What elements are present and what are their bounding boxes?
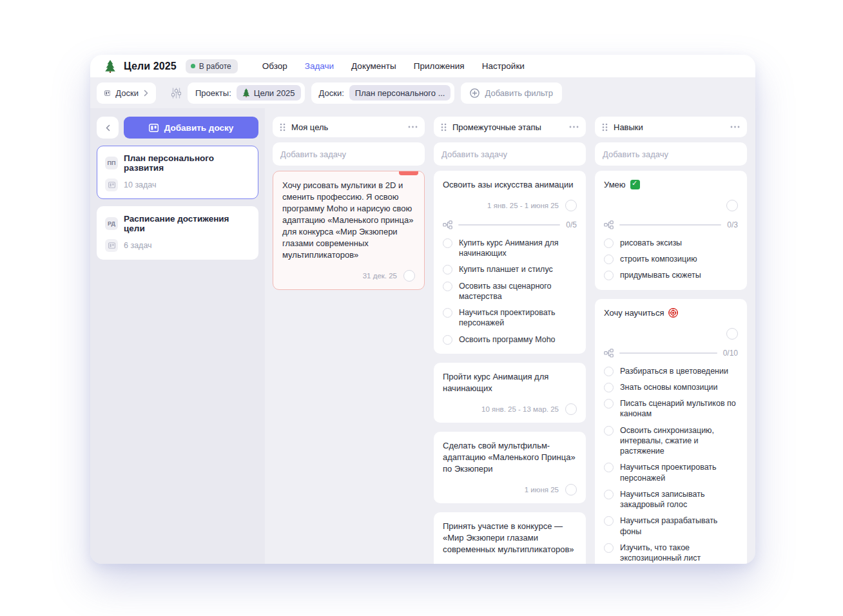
checklist-item: Разбираться в цветоведении bbox=[604, 366, 738, 376]
checklist-item: Освоить программу Moho bbox=[443, 334, 577, 345]
task-title: Сделать свой мультфильм-адаптацию «Мален… bbox=[443, 440, 577, 475]
drag-handle-icon[interactable] bbox=[280, 123, 286, 131]
tab-1[interactable]: Обзор bbox=[262, 61, 287, 71]
checklist-item-checkbox[interactable] bbox=[604, 490, 614, 499]
checklist-item-checkbox[interactable] bbox=[604, 238, 614, 248]
checklist-item-checkbox[interactable] bbox=[604, 383, 614, 392]
board-column: НавыкиДобавить задачуУмею0/3рисовать экс… bbox=[595, 117, 747, 564]
checklist-item-checkbox[interactable] bbox=[604, 463, 614, 472]
tab-3[interactable]: Документы bbox=[351, 61, 396, 71]
checklist-item-checkbox[interactable] bbox=[604, 426, 614, 436]
checklist-item-checkbox[interactable] bbox=[443, 335, 452, 345]
progress-count: 0/5 bbox=[566, 220, 577, 229]
direct-hit-emoji bbox=[668, 308, 678, 318]
checklist-item-label: строить композицию bbox=[620, 254, 697, 264]
boards-sidebar: Добавить доску ПППлан персонального разв… bbox=[90, 108, 265, 564]
task-card[interactable]: Хочу научиться0/10Разбираться в цветовед… bbox=[595, 299, 747, 564]
add-board-button[interactable]: Добавить доску bbox=[124, 117, 258, 139]
checklist-item-label: Освоить синхронизацию, интервалы, сжатие… bbox=[620, 425, 738, 457]
task-meta-row bbox=[604, 328, 738, 340]
column-header: Моя цель bbox=[273, 117, 425, 137]
christmas-tree-icon bbox=[242, 88, 250, 97]
task-meta-row bbox=[604, 200, 738, 211]
task-card[interactable]: Пройти курс Анимация для начинающих10 ян… bbox=[434, 363, 586, 423]
checklist-item: рисовать эксизы bbox=[604, 238, 738, 248]
checklist-item-checkbox[interactable] bbox=[443, 238, 452, 248]
checklist-item: Научиться проектировать персонажей bbox=[443, 307, 577, 329]
board-column: Промежуточные этапыДобавить задачуОсвоит… bbox=[434, 117, 586, 564]
project-chip-label: Цели 2025 bbox=[254, 88, 295, 98]
checklist-item-checkbox[interactable] bbox=[604, 543, 614, 553]
board-item-title: Расписание достижения цели bbox=[124, 214, 250, 233]
checklist-item-checkbox[interactable] bbox=[443, 282, 452, 291]
add-board-label: Добавить доску bbox=[164, 123, 234, 133]
checklist-item: Купить планшет и стилус bbox=[443, 264, 577, 274]
boards-filter[interactable]: Доски: План персонального ... bbox=[311, 82, 455, 104]
checklist-item-label: Научиться проектировать персонажей bbox=[620, 462, 738, 483]
due-date: 10 янв. 25 - 13 мар. 25 bbox=[481, 405, 559, 413]
boards-view-label: Доски bbox=[115, 88, 139, 98]
board-icon bbox=[149, 124, 159, 132]
checklist-item: Купить курс Анимания для начинающих bbox=[443, 238, 577, 259]
project-chip[interactable]: Цели 2025 bbox=[237, 85, 301, 101]
drag-handle-icon[interactable] bbox=[602, 123, 608, 131]
checklist-item-label: Изучить, что такое экспозиционный лист bbox=[620, 543, 738, 564]
collapse-sidebar-button[interactable] bbox=[97, 117, 119, 139]
board-chip[interactable]: План персонального ... bbox=[349, 85, 451, 101]
complete-task-checkbox[interactable] bbox=[726, 200, 738, 211]
boards-view-button[interactable]: Доски bbox=[97, 82, 156, 104]
tab-5[interactable]: Настройки bbox=[482, 61, 525, 71]
task-text: Хочу рисовать мультики в 2D и сменить пр… bbox=[282, 180, 415, 261]
check-mark-emoji bbox=[630, 180, 640, 189]
checklist-item-label: Осовить азы сценарного мастерства bbox=[459, 281, 577, 302]
drag-handle-icon[interactable] bbox=[441, 123, 447, 131]
complete-task-checkbox[interactable] bbox=[565, 200, 577, 211]
checklist-item-label: Купить планшет и стилус bbox=[459, 264, 553, 274]
checklist-item-checkbox[interactable] bbox=[604, 255, 614, 264]
complete-task-checkbox[interactable] bbox=[565, 484, 577, 496]
complete-task-checkbox[interactable] bbox=[403, 270, 415, 282]
projects-filter[interactable]: Проекты: Цели 2025 bbox=[188, 82, 305, 104]
checklist-progress-row: 0/5 bbox=[443, 220, 577, 229]
column-menu-icon[interactable] bbox=[730, 126, 740, 128]
task-card[interactable]: Освоить азы искусства анимации1 янв. 25 … bbox=[434, 171, 586, 354]
checklist-item: Осовить азы сценарного мастерства bbox=[443, 281, 577, 302]
column-menu-icon[interactable] bbox=[408, 126, 418, 128]
complete-task-checkbox[interactable] bbox=[726, 328, 738, 340]
checklist-item-checkbox[interactable] bbox=[443, 308, 452, 318]
add-task-input[interactable]: Добавить задачу bbox=[595, 142, 747, 166]
checklist-item: Научиться записывать закадровый голос bbox=[604, 489, 738, 510]
complete-task-checkbox[interactable] bbox=[565, 403, 577, 415]
add-filter-button[interactable]: Добавить фильтр bbox=[461, 82, 562, 104]
add-task-input[interactable]: Добавить задачу bbox=[434, 142, 586, 166]
status-badge-label: В работе bbox=[199, 62, 231, 71]
checklist-item-checkbox[interactable] bbox=[443, 265, 452, 274]
board-list-item[interactable]: РДРасписание достижения цели6 задач bbox=[97, 206, 258, 260]
tab-2[interactable]: Задачи bbox=[305, 61, 334, 71]
task-card[interactable]: Хочу рисовать мультики в 2D и сменить пр… bbox=[273, 171, 425, 290]
board-item-title: План персонального развития bbox=[124, 153, 250, 173]
task-card[interactable]: Принять участие в конкурсе — «Мир Экзюпе… bbox=[434, 512, 586, 564]
task-meta-row: 1 июня 25 bbox=[443, 484, 577, 496]
status-dot-icon bbox=[191, 64, 195, 68]
progress-bar bbox=[619, 352, 717, 354]
board-list-item[interactable]: ПППлан персонального развития10 задач bbox=[97, 146, 258, 199]
add-task-input[interactable]: Добавить задачу bbox=[273, 142, 425, 166]
board-icon bbox=[105, 178, 118, 191]
column-menu-icon[interactable] bbox=[569, 126, 579, 128]
checklist-item: Писать сценарий мультиков по канонам bbox=[604, 398, 738, 419]
task-title-row: Умею bbox=[604, 179, 738, 191]
card-color-label bbox=[399, 171, 418, 175]
kanban-board: Моя цельДобавить задачуХочу рисовать мул… bbox=[265, 108, 755, 564]
status-badge[interactable]: В работе bbox=[186, 59, 238, 73]
checklist-item-checkbox[interactable] bbox=[604, 516, 614, 526]
checklist-item-checkbox[interactable] bbox=[604, 367, 614, 376]
task-card[interactable]: Умею0/3рисовать эксизыстроить композицию… bbox=[595, 171, 747, 290]
checklist-item-label: Разбираться в цветоведении bbox=[620, 366, 728, 376]
task-card[interactable]: Сделать свой мультфильм-адаптацию «Мален… bbox=[434, 432, 586, 503]
checklist-item-checkbox[interactable] bbox=[604, 271, 614, 280]
tab-4[interactable]: Приложения bbox=[414, 61, 465, 71]
checklist-item-checkbox[interactable] bbox=[604, 399, 614, 409]
checklist: рисовать эксизыстроить композициюпридумы… bbox=[604, 238, 738, 281]
subtasks-icon bbox=[604, 220, 614, 229]
